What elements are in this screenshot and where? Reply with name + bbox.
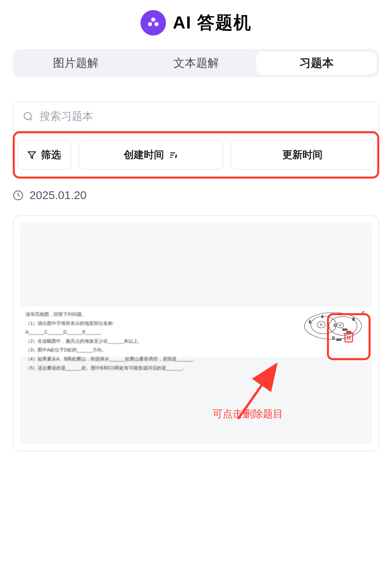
sort-create-label: 创建时间 (124, 148, 164, 162)
svg-point-0 (151, 17, 155, 21)
filter-row-highlighted: 筛选 创建时间 更新时间 (13, 131, 379, 179)
svg-point-1 (148, 22, 152, 26)
svg-text:A: A (321, 315, 324, 319)
sort-create-time-button[interactable]: 创建时间 (78, 140, 223, 170)
svg-point-2 (155, 22, 159, 26)
app-header: AI 答题机 (0, 0, 392, 49)
delete-button[interactable] (342, 330, 355, 343)
svg-line-5 (30, 118, 32, 121)
svg-marker-6 (28, 152, 36, 158)
tab-image-solve[interactable]: 图片题解 (15, 52, 136, 75)
app-title: AI 答题机 (173, 11, 251, 35)
sort-update-label: 更新时间 (282, 148, 323, 162)
sort-update-time-button[interactable]: 更新时间 (230, 140, 375, 170)
question-image-preview: 读等高线图，回答下列问题。 （1）填出图中字母所表示的地形部位名称: A____… (20, 306, 372, 357)
filter-label: 筛选 (41, 148, 61, 162)
app-logo-icon (141, 10, 166, 36)
delete-hint-annotation: 可点击删除题目 (213, 407, 283, 421)
search-input[interactable] (40, 110, 369, 123)
question-card-inner: 读等高线图，回答下列问题。 （1）填出图中字母所表示的地形部位名称: A____… (20, 223, 372, 444)
tab-text-solve[interactable]: 文本题解 (136, 52, 256, 75)
question-card[interactable]: 读等高线图，回答下列问题。 （1）填出图中字母所表示的地形部位名称: A____… (13, 215, 379, 451)
funnel-icon (27, 151, 36, 159)
search-bar[interactable] (13, 101, 379, 131)
date-text: 2025.01.20 (30, 189, 87, 202)
svg-text:E: E (309, 320, 311, 324)
main-tabs: 图片题解 文本题解 习题本 (13, 49, 379, 77)
filter-button[interactable]: 筛选 (17, 140, 71, 170)
svg-point-3 (152, 21, 155, 24)
sort-desc-icon (169, 151, 177, 159)
clock-icon (13, 190, 23, 201)
delete-button-highlighted (327, 313, 371, 360)
svg-point-4 (24, 112, 31, 119)
date-header-row: 2025.01.20 (13, 189, 379, 202)
svg-point-16 (320, 324, 322, 326)
trash-icon (342, 330, 355, 343)
question-text-block: 读等高线图，回答下列问题。 （1）填出图中字母所表示的地形部位名称: A____… (25, 310, 299, 353)
search-icon (23, 111, 34, 122)
svg-point-15 (317, 321, 325, 328)
tab-exercise-book[interactable]: 习题本 (256, 52, 377, 75)
